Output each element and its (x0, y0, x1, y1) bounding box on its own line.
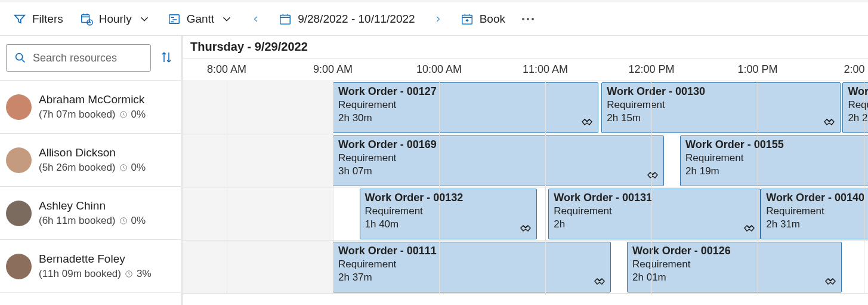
task-requirement: Requirement (338, 258, 606, 270)
work-order-task[interactable]: Work Order - 00132Requirement1h 40m (360, 189, 537, 239)
task-title: Work Order - (848, 85, 868, 98)
board-row[interactable]: Work Order - 00111Requirement2h 37mWork … (183, 241, 868, 294)
task-title: Work Order - 00132 (365, 192, 532, 204)
svg-rect-0 (81, 14, 89, 22)
board-row[interactable]: Work Order - 00132Requirement1h 40mWork … (183, 187, 868, 241)
work-order-task[interactable]: Work Order - 00126Requirement2h 01m (627, 242, 842, 292)
time-tick: 2:00 PM (844, 63, 868, 76)
handshake-icon (518, 221, 533, 235)
gantt-icon (168, 13, 181, 26)
svg-rect-3 (280, 15, 291, 24)
time-tick: 11:00 AM (523, 63, 568, 76)
gridline (333, 81, 333, 294)
resource-name: Bernadette Foley (39, 252, 152, 266)
gridline (651, 81, 652, 294)
task-title: Work Order - 00126 (632, 245, 836, 257)
clock-icon (125, 270, 133, 278)
task-duration: 1h 40m (365, 218, 532, 230)
task-duration: 2h 15m (607, 112, 835, 124)
task-duration: 2h 01m (632, 272, 836, 284)
avatar (6, 147, 32, 173)
search-row: Search resources (0, 36, 181, 81)
resource-row[interactable]: Ashley Chinn(6h 11m booked) 0% (0, 187, 181, 240)
gridline (545, 81, 546, 294)
date-range-picker[interactable]: 9/28/2022 - 10/11/2022 (279, 13, 415, 26)
resource-panel: Search resources Abraham McCormick(7h 07… (0, 36, 183, 305)
task-duration: 2h 19m (685, 165, 868, 177)
book-button[interactable]: Book (461, 13, 505, 26)
layout-label: Gantt (187, 13, 214, 26)
task-title: Work Order - 00155 (685, 138, 868, 151)
unavailable-block (183, 241, 333, 293)
work-order-task[interactable]: Work Order - 00169Requirement3h 07m (333, 135, 664, 186)
task-requirement: Requirement (685, 152, 868, 164)
resource-name: Ashley Chinn (39, 199, 146, 212)
avatar (6, 201, 32, 226)
task-requirement: Requirement (365, 205, 532, 217)
resource-row[interactable]: Bernadette Foley(11h 09m booked) 3% (0, 240, 181, 293)
task-duration: 2h 22m (848, 112, 868, 124)
task-requirement: Requirement (848, 99, 868, 111)
date-header: Thursday - 9/29/2022 (183, 36, 868, 58)
resource-name: Allison Dickson (39, 146, 146, 159)
filters-button[interactable]: Filters (13, 13, 63, 26)
chevron-down-icon (220, 13, 233, 26)
task-requirement: Requirement (554, 205, 755, 217)
unavailable-block (183, 134, 333, 187)
chevron-down-icon (138, 13, 151, 26)
work-order-task[interactable]: Work Order - 00130Requirement2h 15m (601, 82, 841, 133)
task-title: Work Order - 00131 (554, 192, 755, 204)
time-tick: 12:00 PM (628, 63, 674, 76)
view-mode-label: Hourly (99, 13, 132, 26)
next-arrow[interactable] (432, 13, 444, 25)
view-mode-dropdown[interactable]: Hourly (80, 13, 151, 26)
schedule-board: Search resources Abraham McCormick(7h 07… (0, 36, 868, 305)
work-order-task[interactable]: Work Order - 00155Requirement2h 19m (680, 135, 868, 186)
resource-name: Abraham McCormick (39, 93, 146, 106)
resource-row[interactable]: Allison Dickson(5h 26m booked) 0% (0, 134, 181, 187)
time-tick: 9:00 AM (313, 63, 353, 76)
task-title: Work Order - 00130 (607, 85, 835, 98)
task-title: Work Order - 00140 (766, 192, 868, 204)
prev-arrow[interactable] (250, 13, 262, 25)
work-order-task[interactable]: Work Order - 00111Requirement2h 37m (333, 242, 611, 292)
work-order-task[interactable]: Work Order - 00127Requirement2h 30m (333, 82, 598, 133)
book-label: Book (480, 13, 505, 26)
sort-icon (159, 50, 174, 64)
task-requirement: Requirement (338, 152, 659, 164)
search-placeholder: Search resources (33, 52, 117, 64)
layout-dropdown[interactable]: Gantt (168, 13, 233, 26)
task-duration: 2h 30m (338, 112, 593, 124)
gridline (227, 81, 227, 294)
more-button[interactable] (522, 18, 534, 20)
work-order-task[interactable]: Work Order - 00140Requirement2h 31m (761, 189, 868, 239)
task-requirement: Requirement (632, 258, 836, 270)
task-title: Work Order - 00111 (338, 245, 606, 257)
task-duration: 3h 07m (338, 165, 659, 177)
gridline (864, 81, 864, 294)
clock-icon (119, 110, 128, 119)
time-tick: 1:00 PM (737, 63, 777, 76)
board-row[interactable]: Work Order - 00169Requirement3h 07mWork … (183, 134, 868, 187)
clock-icon (119, 164, 128, 172)
unavailable-block (183, 81, 333, 134)
search-input[interactable]: Search resources (6, 44, 151, 72)
filters-label: Filters (32, 13, 63, 26)
resource-row[interactable]: Abraham McCormick(7h 07m booked) 0% (0, 81, 181, 134)
task-title: Work Order - 00127 (338, 85, 593, 98)
board: Work Order - 00127Requirement2h 30mWork … (183, 81, 868, 294)
handshake-icon (742, 221, 756, 235)
handshake-icon (645, 168, 660, 182)
calendar-clock-icon (80, 13, 93, 26)
board-row[interactable]: Work Order - 00127Requirement2h 30mWork … (183, 81, 868, 134)
svg-point-5 (16, 54, 23, 60)
filter-icon (13, 13, 26, 26)
toolbar: Filters Hourly Gantt 9/28/2022 - 10/11/2… (0, 0, 868, 36)
handshake-icon (592, 274, 607, 288)
search-icon (14, 51, 27, 64)
task-duration: 2h 37m (338, 272, 606, 284)
sort-button[interactable] (159, 50, 174, 66)
resource-subtext: (7h 07m booked) 0% (39, 109, 146, 121)
timeline: Thursday - 9/29/2022 8:00 AM9:00 AM10:00… (183, 36, 868, 305)
work-order-task[interactable]: Work Order - 00131Requirement2h (548, 189, 761, 239)
